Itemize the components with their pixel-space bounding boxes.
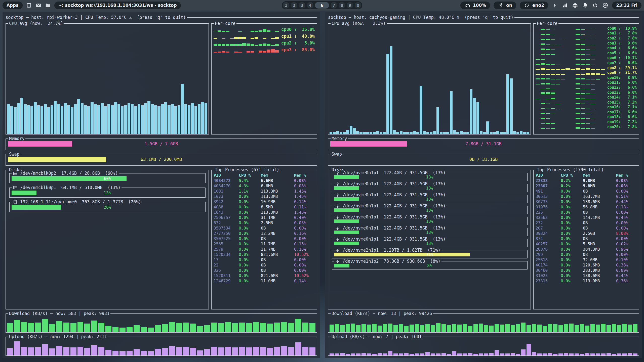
workspace-button-9[interactable]: 9 (347, 2, 353, 9)
disk-name: /dev/mmcblk0p2 (20, 171, 56, 176)
disk-title: /dev/nvme2n1p1 1.29TB / 1.82TB (71%) (334, 248, 441, 253)
top-processes-panel: Top Processes (671 total) PIDCPU % MemMe… (211, 170, 317, 309)
process-mem: 0B (583, 210, 616, 215)
chart-bar (138, 104, 140, 134)
chart-bar (585, 353, 589, 355)
process-row: 238070.2%9.8MB0.03% (536, 183, 637, 189)
spark-bar (247, 51, 250, 53)
chart-bar (121, 106, 124, 134)
window-title-pill[interactable]: ~: socktop ws://192.168.1.104:3031/ws - … (54, 2, 181, 9)
chart-bar (436, 107, 439, 134)
chart-bar (61, 106, 63, 134)
chart-bar (77, 347, 84, 355)
chart-bar (378, 353, 382, 355)
spark-bar (556, 84, 560, 84)
chart-bar (194, 106, 197, 134)
chart-bar (225, 322, 231, 332)
apps-button[interactable]: Apps (3, 2, 23, 9)
chart-bar (569, 353, 574, 355)
process-cpu: 0.0% (561, 189, 583, 194)
process-cpu: 0.2% (561, 178, 583, 183)
terminal-left[interactable]: socktop — host: rpi-worker-3 | CPU Temp:… (3, 12, 320, 358)
core-history-sparkline (536, 90, 605, 94)
core-row: cpu11↓6.0% (536, 80, 637, 85)
panel-title: Upload (KB/s) — now: 7 | peak: 1601 (331, 334, 423, 339)
spark-bar (576, 98, 580, 99)
spark-bar (222, 31, 225, 32)
system-monitor-icon[interactable] (602, 2, 609, 9)
notifications-bell-icon[interactable] (582, 2, 588, 9)
workspace-button-2[interactable]: 2 (291, 2, 297, 9)
power-profile-bolt-icon[interactable] (552, 2, 558, 9)
chart-bar (117, 104, 120, 134)
folder-icon[interactable] (45, 2, 51, 9)
core-name: cpu19 (607, 120, 619, 124)
process-memp: 0.00% (616, 210, 637, 215)
core-name: cpu5 (607, 51, 619, 55)
chart-bar (155, 325, 161, 333)
spark-bar (238, 31, 242, 32)
chart-bar (473, 98, 476, 134)
disk-usage: 122.4GB / 931.5GB (13%) (381, 170, 446, 175)
spark-bar (576, 113, 580, 114)
process-row: 15203340.0%821.6MB10.52% (214, 252, 315, 257)
chart-bar (188, 105, 190, 134)
chart-bar (41, 106, 43, 134)
chart-bar (420, 86, 422, 134)
chart-bar (596, 325, 600, 332)
upload-chart (7, 341, 315, 355)
chart-bar (431, 353, 435, 355)
terminal-right[interactable]: socktop — host: cachyos-gaming | CPU Tem… (325, 12, 642, 358)
disk-name: /dev/nvme2n1p1 (343, 248, 379, 253)
chart-bar (211, 323, 217, 332)
workspace-button-1[interactable]: 1 (283, 2, 289, 9)
core-name: cpu1 (607, 31, 619, 35)
mail-icon[interactable] (35, 2, 42, 9)
spark-bar (556, 45, 560, 45)
core-history-sparkline (536, 56, 605, 60)
process-cpu: 4.3% (239, 183, 261, 189)
volume-pill[interactable]: 100% (460, 2, 490, 9)
process-memp: 0.00% (294, 236, 315, 241)
chart-bar (98, 323, 104, 332)
workspace-button-7[interactable]: 7 (331, 2, 337, 9)
core-name: cpu10 (607, 75, 619, 80)
workspace-button-3[interactable]: 3 (299, 2, 305, 9)
disk-bar-track: 71% (334, 253, 525, 256)
layers-icon[interactable] (572, 2, 578, 9)
core-list: cpu0↑15.8%cpu1↑40.0%cpu2↓5.0%cpu3↑85.0% (212, 23, 317, 53)
spark-bar (546, 64, 550, 65)
chart-bar (511, 353, 515, 355)
core-name: cpu6 (607, 56, 619, 60)
spark-bar (591, 65, 595, 65)
chart-bar (628, 353, 632, 355)
spark-bar (271, 49, 274, 53)
chart-bar (84, 105, 87, 134)
workspace-button-0[interactable]: 0 (355, 2, 361, 9)
core-history-sparkline (536, 76, 605, 79)
spark-bar (551, 39, 555, 40)
stats-bars-icon[interactable] (562, 2, 568, 9)
spark-bar (576, 64, 580, 65)
spark-bar (541, 39, 545, 40)
spark-bar (586, 99, 590, 99)
spark-bar (255, 37, 258, 39)
clock-pill[interactable]: 23:32 Fri (612, 2, 641, 9)
process-cpu: 0.0% (561, 231, 583, 236)
core-name: cpu8 (607, 66, 619, 70)
core-val: 31.7% (623, 70, 637, 75)
process-mem: 120.6MB (583, 262, 616, 268)
workspace-button-4[interactable]: 4 (307, 2, 313, 9)
power-icon[interactable] (592, 2, 598, 9)
process-row: 220.0%0B0.00% (214, 262, 315, 268)
workspace-button-6[interactable]: 6 (315, 2, 329, 9)
chart-bar (564, 324, 568, 332)
process-row: 25967570.0%31.1MB0.40% (214, 215, 315, 220)
network-pill[interactable]: eno2 (520, 2, 548, 9)
disk-usage: 122.4GB / 931.5GB (13%) (381, 181, 446, 186)
workspace-button-8[interactable]: 8 (339, 2, 345, 9)
chart-bar (607, 325, 611, 332)
network-icon (524, 2, 530, 9)
bluetooth-pill[interactable]: on (494, 2, 516, 9)
window-icon[interactable] (26, 2, 32, 9)
